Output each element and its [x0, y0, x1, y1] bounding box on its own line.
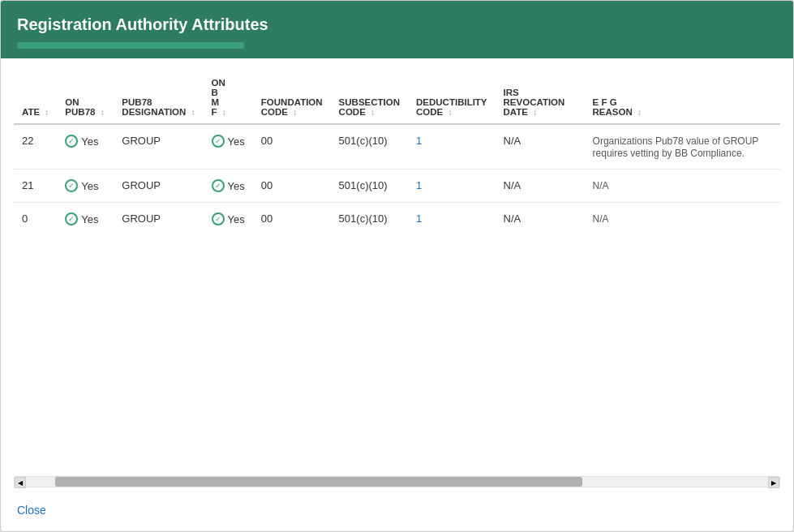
table-row: 22 Yes GROUP Yes 00 501(c)(10) 1 N/A Org…: [14, 124, 780, 169]
cell-on-bmf: Yes: [204, 124, 253, 169]
sort-icon-foundation: ↕: [293, 108, 297, 117]
cell-deductibility-code[interactable]: 1: [408, 124, 496, 169]
table-row: 0 Yes GROUP Yes 00 501(c)(10) 1 N/A N/A: [14, 203, 780, 236]
col-header-subsection-code[interactable]: SUBSECTIONCODE ↕: [331, 71, 408, 124]
cell-irs-revocation: N/A: [496, 124, 585, 169]
table-container[interactable]: ATE ↕ ONPUB78 ↕ PUB78DESIGNATION ↕ ONB: [1, 71, 793, 470]
cell-foundation-code: 00: [253, 169, 331, 203]
check-circle-icon: [212, 135, 225, 148]
cell-irs-revocation: N/A: [496, 169, 585, 203]
cell-pub78-desig: GROUP: [114, 203, 203, 236]
check-circle-icon: [65, 179, 78, 192]
close-button[interactable]: Close: [17, 504, 46, 517]
scrollbar-area: ◀ ▶: [1, 470, 793, 494]
cell-on-bmf: Yes: [204, 169, 253, 203]
cell-efg-reason: N/A: [585, 169, 780, 203]
modal-footer: Close: [1, 494, 793, 531]
sort-icon-pub78: ↕: [101, 108, 105, 117]
modal-body: ATE ↕ ONPUB78 ↕ PUB78DESIGNATION ↕ ONB: [1, 58, 793, 494]
sort-icon-pub78-desig: ↕: [191, 108, 195, 117]
col-header-on-pub78[interactable]: ONPUB78 ↕: [57, 71, 114, 124]
table-row: 21 Yes GROUP Yes 00 501(c)(10) 1 N/A N/A: [14, 169, 780, 203]
cell-on-pub78: Yes: [57, 124, 114, 169]
cell-on-pub78: Yes: [57, 203, 114, 236]
cell-subsection-code: 501(c)(10): [331, 124, 408, 169]
horizontal-scrollbar[interactable]: ◀ ▶: [14, 476, 780, 487]
sort-icon-efg: ↕: [637, 108, 642, 117]
cell-irs-revocation: N/A: [496, 203, 585, 236]
scroll-right-button[interactable]: ▶: [768, 477, 779, 488]
cell-deductibility-code[interactable]: 1: [408, 203, 496, 236]
cell-foundation-code: 00: [253, 203, 331, 236]
cell-date: 21: [14, 169, 57, 203]
modal-container: Registration Authority Attributes ATE ↕ …: [0, 0, 794, 532]
col-header-on-bmf[interactable]: ONBMF ↕: [204, 71, 253, 124]
sort-icon-date: ↕: [45, 108, 49, 117]
table-header-row: ATE ↕ ONPUB78 ↕ PUB78DESIGNATION ↕ ONB: [14, 71, 780, 124]
cell-on-bmf: Yes: [204, 203, 253, 236]
check-circle-icon: [212, 179, 225, 192]
cell-on-pub78: Yes: [57, 169, 114, 203]
sort-icon-bmf: ↕: [222, 108, 226, 117]
data-table: ATE ↕ ONPUB78 ↕ PUB78DESIGNATION ↕ ONB: [14, 71, 780, 235]
cell-subsection-code: 501(c)(10): [331, 169, 408, 203]
check-circle-icon: [65, 212, 78, 225]
cell-deductibility-code[interactable]: 1: [408, 169, 496, 203]
cell-pub78-desig: GROUP: [114, 124, 203, 169]
deductibility-link[interactable]: 1: [416, 135, 422, 147]
col-header-deductibility-code[interactable]: DEDUCTIBILITYCODE ↕: [408, 71, 496, 124]
scroll-left-button[interactable]: ◀: [15, 477, 26, 488]
cell-subsection-code: 501(c)(10): [331, 203, 408, 236]
col-header-efg-reason[interactable]: E F GREASON ↕: [585, 71, 780, 124]
deductibility-link[interactable]: 1: [416, 179, 422, 191]
sort-icon-deductibility: ↕: [448, 108, 452, 117]
check-circle-icon: [212, 212, 225, 225]
modal-title: Registration Authority Attributes: [17, 15, 777, 34]
scrollbar-thumb[interactable]: [55, 477, 582, 487]
col-header-date[interactable]: ATE ↕: [14, 71, 57, 124]
deductibility-link[interactable]: 1: [416, 212, 422, 225]
modal-header: Registration Authority Attributes: [1, 1, 793, 58]
sort-icon-subsection: ↕: [371, 108, 375, 117]
cell-efg-reason: Organizations Pub78 value of GROUP requi…: [585, 124, 780, 169]
col-header-foundation-code[interactable]: FOUNDATIONCODE ↕: [253, 71, 331, 124]
cell-date: 0: [14, 203, 57, 236]
cell-foundation-code: 00: [253, 124, 331, 169]
cell-date: 22: [14, 124, 57, 169]
check-circle-icon: [65, 135, 78, 148]
col-header-pub78-desig[interactable]: PUB78DESIGNATION ↕: [114, 71, 203, 124]
cell-pub78-desig: GROUP: [114, 169, 203, 203]
sort-icon-irs: ↕: [533, 108, 537, 117]
cell-efg-reason: N/A: [585, 203, 780, 236]
col-header-irs-revocation[interactable]: IRSREVOCATIONDATE ↕: [496, 71, 585, 124]
header-bar: [17, 42, 244, 49]
